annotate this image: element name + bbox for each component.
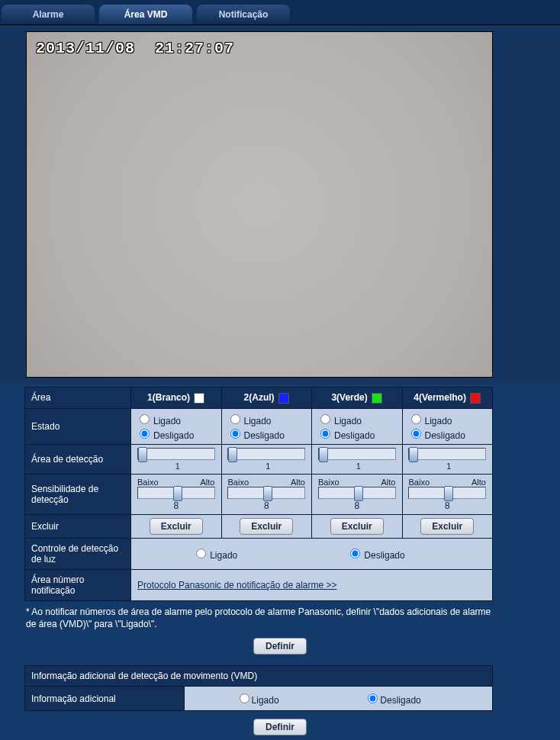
excluir-c3: Excluir bbox=[312, 514, 403, 538]
osd-timestamp: 2013/11/08 21:27:07 bbox=[36, 40, 234, 57]
link-protocol-panasonic[interactable]: Protocolo Panasonic de notificação de al… bbox=[137, 580, 337, 590]
sens-c3: BaixoAlto 8 bbox=[312, 474, 403, 514]
det-value: 1 bbox=[262, 462, 273, 471]
preview-area: 2013/11/08 21:27:07 bbox=[0, 25, 560, 384]
det-slider[interactable] bbox=[318, 448, 396, 460]
estado-c1: Ligado Desligado bbox=[131, 408, 222, 444]
estado-off-label: Desligado bbox=[153, 430, 194, 441]
sens-slider[interactable] bbox=[137, 487, 215, 499]
row-label-estado: Estado bbox=[25, 408, 131, 444]
vmd-add-info-table: Informação adicional de detecção de movi… bbox=[24, 665, 493, 711]
note-text: * Ao notificar números de área de alarme… bbox=[24, 606, 496, 630]
estado-on-c4[interactable] bbox=[411, 414, 421, 424]
label-baixo: Baixo bbox=[137, 478, 159, 487]
define-button-1[interactable]: Definir bbox=[253, 638, 307, 655]
row-label-areadet: Área de detecção bbox=[25, 444, 131, 474]
settings-panel: Área 1(Branco) 2(Azul) 3(Verde) 4(Vermel… bbox=[0, 384, 560, 735]
lightctrl-off[interactable] bbox=[350, 549, 360, 558]
estado-off-c2[interactable] bbox=[230, 429, 240, 439]
tab-alarm[interactable]: Alarme bbox=[2, 5, 95, 24]
define-button-2[interactable]: Definir bbox=[253, 719, 307, 735]
label-baixo: Baixo bbox=[409, 478, 430, 487]
col-name: 4(Vermelho) bbox=[414, 392, 466, 403]
col-header-1: 1(Branco) bbox=[131, 388, 222, 409]
estado-on-label: Ligado bbox=[244, 416, 272, 426]
delete-button-c4[interactable]: Excluir bbox=[420, 518, 474, 535]
col-name: 1(Branco) bbox=[147, 392, 190, 403]
det-slider[interactable] bbox=[227, 448, 305, 460]
estado-off-c1[interactable] bbox=[140, 429, 150, 439]
lightctrl-off-label: Desligado bbox=[364, 550, 404, 561]
estado-off-label: Desligado bbox=[334, 430, 375, 441]
sens-slider[interactable] bbox=[227, 487, 305, 499]
tab-label: Alarme bbox=[33, 9, 64, 20]
tabs: Alarme Área VMD Notificação bbox=[0, 0, 560, 25]
det-slider-c1: 1 bbox=[131, 444, 222, 474]
vmd-area-table: Área 1(Branco) 2(Azul) 3(Verde) 4(Vermel… bbox=[24, 387, 493, 601]
sens-c1: BaixoAlto 8 bbox=[131, 474, 222, 514]
lightctrl-on-label: Ligado bbox=[210, 550, 237, 561]
excluir-c1: Excluir bbox=[131, 514, 222, 538]
label-alto: Alto bbox=[471, 478, 486, 487]
excluir-c4: Excluir bbox=[402, 514, 493, 538]
det-slider-c2: 1 bbox=[221, 444, 312, 474]
swatch-green bbox=[372, 393, 382, 404]
estado-on-c3[interactable] bbox=[320, 414, 330, 424]
det-slider-c4: 1 bbox=[402, 444, 493, 474]
det-value: 1 bbox=[443, 462, 454, 471]
sens-c2: BaixoAlto 8 bbox=[221, 474, 312, 514]
tab-vmd[interactable]: Área VMD bbox=[99, 5, 192, 24]
estado-c3: Ligado Desligado bbox=[312, 408, 403, 444]
addinfo-on[interactable] bbox=[240, 693, 249, 703]
estado-c2: Ligado Desligado bbox=[221, 408, 312, 444]
col-header-4: 4(Vermelho) bbox=[402, 388, 493, 409]
label-baixo: Baixo bbox=[228, 478, 249, 487]
estado-on-label: Ligado bbox=[425, 416, 452, 426]
addinfo-on-label: Ligado bbox=[252, 695, 279, 706]
delete-button-c2[interactable]: Excluir bbox=[240, 518, 293, 535]
tab-notify[interactable]: Notificação bbox=[197, 5, 290, 24]
col-name: 3(Verde) bbox=[331, 392, 367, 403]
det-slider[interactable] bbox=[137, 448, 215, 460]
addinfo-off[interactable] bbox=[368, 693, 378, 703]
label-alto: Alto bbox=[201, 478, 215, 487]
label-alto: Alto bbox=[381, 478, 396, 487]
estado-off-label: Desligado bbox=[244, 430, 285, 441]
swatch-red bbox=[470, 393, 481, 404]
sens-c4: BaixoAlto 8 bbox=[402, 474, 493, 514]
tab-label: Notificação bbox=[219, 9, 269, 20]
add-info-label: Informação adicional bbox=[25, 687, 185, 711]
lightctrl-on[interactable] bbox=[196, 549, 206, 558]
camera-preview[interactable]: 2013/11/08 21:27:07 bbox=[26, 31, 493, 378]
delete-button-c1[interactable]: Excluir bbox=[150, 518, 203, 535]
excluir-c2: Excluir bbox=[221, 514, 312, 538]
add-info-cell: Ligado Desligado bbox=[185, 687, 493, 711]
det-value: 1 bbox=[172, 462, 183, 471]
estado-off-c3[interactable] bbox=[320, 429, 330, 439]
row-label-lightctrl: Controle de detecção de luz bbox=[25, 538, 131, 569]
add-info-title: Informação adicional de detecção de movi… bbox=[25, 666, 493, 687]
swatch-blue bbox=[278, 393, 289, 404]
label-alto: Alto bbox=[291, 478, 305, 487]
col-header-3: 3(Verde) bbox=[312, 388, 403, 409]
det-slider-c3: 1 bbox=[312, 444, 403, 474]
det-value: 1 bbox=[353, 462, 364, 471]
estado-on-c1[interactable] bbox=[140, 414, 150, 424]
areanum-cell: Protocolo Panasonic de notificação de al… bbox=[131, 569, 493, 600]
delete-button-c3[interactable]: Excluir bbox=[330, 518, 384, 535]
estado-off-c4[interactable] bbox=[411, 429, 421, 439]
estado-on-c2[interactable] bbox=[230, 414, 240, 424]
row-label-area: Área bbox=[25, 388, 131, 409]
col-name: 2(Azul) bbox=[244, 392, 275, 403]
sens-slider[interactable] bbox=[408, 487, 486, 499]
row-label-excluir: Excluir bbox=[25, 514, 131, 538]
estado-on-label: Ligado bbox=[153, 416, 181, 426]
row-label-areanum: Área número notificação bbox=[25, 569, 131, 600]
sens-slider[interactable] bbox=[318, 487, 396, 499]
det-slider[interactable] bbox=[408, 448, 486, 460]
estado-c4: Ligado Desligado bbox=[402, 408, 493, 444]
col-header-2: 2(Azul) bbox=[221, 388, 312, 409]
lightctrl-cell: Ligado Desligado bbox=[131, 538, 493, 569]
swatch-white bbox=[194, 393, 204, 404]
addinfo-off-label: Desligado bbox=[380, 695, 420, 706]
